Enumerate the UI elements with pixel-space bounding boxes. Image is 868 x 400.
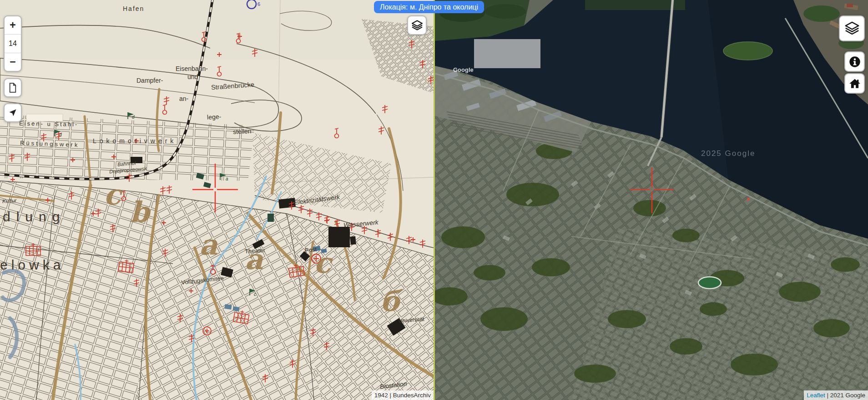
location-banner: Локація: м. Дніпро та околиці bbox=[374, 1, 484, 13]
attribution-right-text: | 2021 Google bbox=[825, 392, 865, 399]
map-compare-app: Hafen Eisenbahn- und Straßenbrücke Dampf… bbox=[0, 0, 868, 400]
info-button[interactable] bbox=[844, 51, 865, 72]
zoom-in-button[interactable]: + bbox=[5, 16, 21, 34]
zoom-out-button[interactable]: − bbox=[5, 53, 21, 71]
historical-map-pane[interactable]: Hafen Eisenbahn- und Straßenbrücke Dampf… bbox=[0, 0, 434, 400]
document-icon bbox=[9, 83, 17, 93]
layers-button-left[interactable] bbox=[407, 15, 427, 35]
zoom-level-indicator: 14 bbox=[5, 34, 21, 52]
home-icon bbox=[849, 78, 861, 90]
historical-map-canvas[interactable] bbox=[0, 0, 434, 400]
layers-button-right[interactable] bbox=[839, 15, 865, 41]
document-button[interactable] bbox=[4, 78, 22, 97]
locate-arrow-icon bbox=[8, 108, 17, 117]
attribution-left-text: 1942 | BundesArchiv bbox=[374, 392, 431, 399]
satellite-map-pane[interactable]: 2025 Google Google bbox=[435, 0, 868, 400]
layers-icon bbox=[844, 21, 860, 35]
satellite-map-canvas[interactable] bbox=[435, 0, 868, 400]
home-button[interactable] bbox=[844, 73, 865, 94]
leaflet-link[interactable]: Leaflet bbox=[807, 392, 825, 399]
layers-icon bbox=[411, 20, 423, 31]
zoom-control: + 14 − bbox=[4, 15, 22, 72]
attribution-right: Leaflet | 2021 Google bbox=[804, 390, 868, 400]
info-icon bbox=[848, 55, 861, 68]
swipe-divider[interactable] bbox=[434, 0, 435, 400]
locate-button[interactable] bbox=[4, 103, 22, 122]
attribution-left: 1942 | BundesArchiv bbox=[372, 390, 434, 400]
